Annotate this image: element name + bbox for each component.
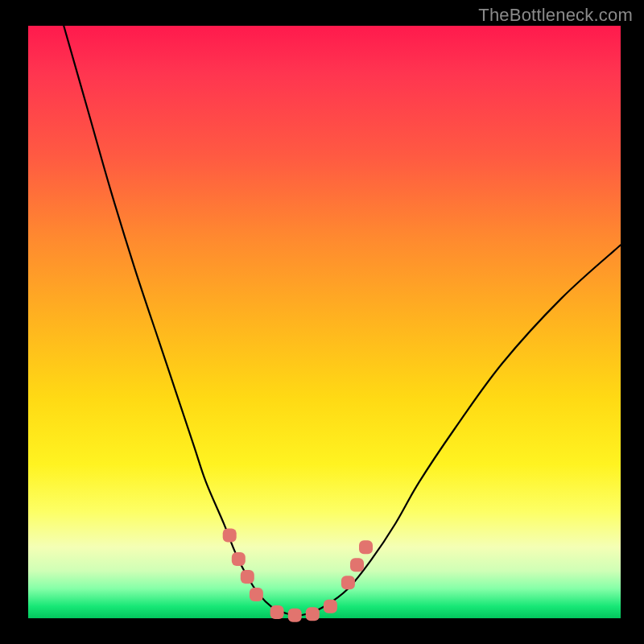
marker-point [341,576,355,589]
marker-point [306,607,320,621]
marker-point [241,570,254,584]
marker-point [288,609,302,622]
plot-area [28,26,621,618]
marker-point [359,540,373,554]
chart-frame: TheBottleneck.com [0,0,644,644]
marker-point [324,600,337,613]
marker-point [350,558,364,572]
marker-group [223,529,373,622]
curve-layer [64,26,621,616]
marker-point [250,588,263,601]
chart-svg [28,26,621,618]
marker-point [223,529,237,543]
marker-point [232,552,246,566]
marker-point [270,605,284,619]
watermark-text: TheBottleneck.com [478,5,633,26]
bottleneck-curve [64,26,621,616]
